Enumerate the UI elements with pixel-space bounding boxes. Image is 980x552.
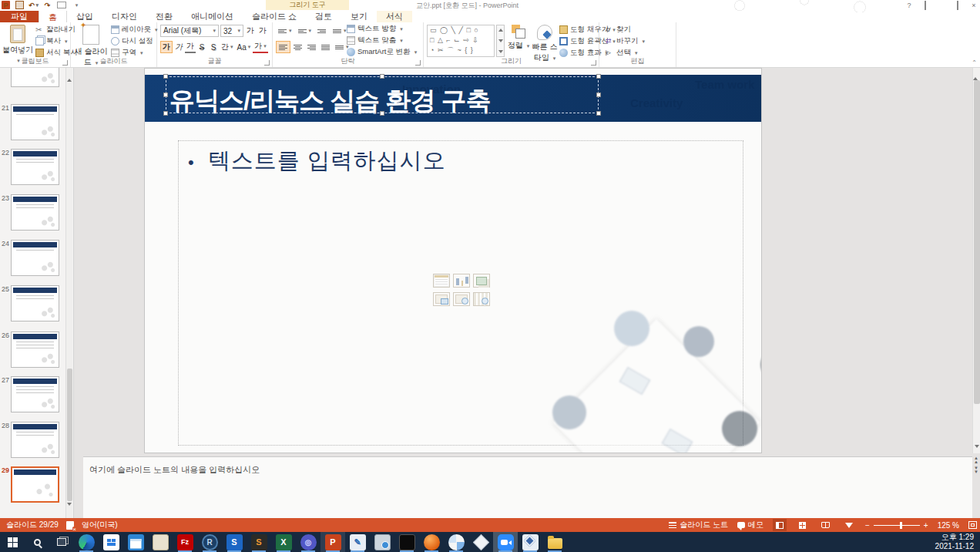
- font-name-combo[interactable]: Arial (제목): [160, 25, 219, 37]
- change-case-button[interactable]: Aa: [236, 41, 253, 53]
- proofing-errors-icon[interactable]: [66, 521, 74, 530]
- taskbar-icon-terminal[interactable]: [394, 532, 419, 552]
- taskbar-icon-zoom[interactable]: [493, 532, 518, 552]
- resize-handle-nw[interactable]: [163, 74, 168, 79]
- editor-scrollbar-thumb[interactable]: [974, 80, 980, 404]
- font-size-combo[interactable]: 32: [220, 25, 243, 37]
- zoom-out-button[interactable]: −: [865, 521, 870, 530]
- start-from-beginning-button[interactable]: [57, 2, 66, 8]
- insert-chart-icon[interactable]: [453, 274, 470, 288]
- find-button[interactable]: ⌭찾기: [606, 25, 645, 35]
- font-color-button[interactable]: 가: [253, 41, 268, 53]
- tab-slideshow[interactable]: 슬라이드 쇼: [243, 10, 306, 22]
- strikethrough-button[interactable]: S: [196, 41, 207, 53]
- drawing-dialog-launcher[interactable]: [591, 60, 596, 66]
- taskbar-icon-r-app[interactable]: R: [197, 532, 222, 552]
- tab-home[interactable]: 홈: [39, 10, 67, 22]
- taskbar-icon-pc-globe[interactable]: [370, 532, 394, 552]
- resize-handle-se[interactable]: [596, 111, 601, 116]
- layout-button[interactable]: 레이아웃: [111, 25, 158, 35]
- resize-handle-ne[interactable]: [596, 74, 601, 79]
- slide-sorter-view-button[interactable]: [796, 519, 810, 531]
- editor-vertical-scrollbar[interactable]: [972, 68, 980, 453]
- tab-review[interactable]: 검토: [306, 10, 341, 22]
- reset-button[interactable]: 다시 설정: [111, 36, 158, 46]
- text-direction-button[interactable]: 텍스트 방향: [347, 24, 417, 34]
- undo-button[interactable]: ↶: [29, 1, 38, 9]
- character-spacing-button[interactable]: 간: [220, 41, 235, 53]
- tab-format[interactable]: 서식: [377, 10, 412, 22]
- replace-button[interactable]: ⇄바꾸기: [606, 36, 645, 46]
- tab-design[interactable]: 디자인: [102, 10, 146, 22]
- italic-button[interactable]: 가: [173, 41, 184, 53]
- taskbar-icon-excel[interactable]: X: [271, 532, 296, 552]
- scrollbar-thumb[interactable]: [67, 369, 72, 501]
- zoom-level[interactable]: 125 %: [938, 521, 959, 530]
- line-spacing-button[interactable]: [331, 25, 348, 37]
- taskbar-icon-purple-app[interactable]: ◎: [296, 532, 321, 552]
- resize-handle-w[interactable]: [163, 93, 168, 97]
- save-button[interactable]: [15, 1, 24, 9]
- notes-placeholder-text[interactable]: 여기에 슬라이드 노트의 내용을 입력하십시오: [89, 464, 260, 476]
- resize-handle-e[interactable]: [596, 93, 601, 97]
- bullet-placeholder-text[interactable]: 텍스트를 입력하십시오: [208, 146, 446, 177]
- align-right-button[interactable]: [305, 41, 318, 53]
- task-view-button[interactable]: [49, 532, 74, 552]
- help-button[interactable]: ?: [904, 2, 914, 9]
- taskbar-icon-file-explorer[interactable]: [542, 532, 567, 552]
- shapes-gallery-scrollbar[interactable]: [496, 25, 505, 57]
- scroll-up-button[interactable]: [67, 69, 72, 77]
- tab-insert[interactable]: 삽입: [67, 10, 102, 22]
- numbering-button[interactable]: [296, 25, 314, 37]
- align-text-button[interactable]: 텍스트 맞춤: [347, 35, 417, 45]
- taskbar-clock[interactable]: 오후 1:29 2021-11-12: [935, 533, 980, 551]
- tab-animations[interactable]: 애니메이션: [182, 10, 243, 22]
- taskbar-icon-pen-app[interactable]: ✎: [345, 532, 370, 552]
- tab-view[interactable]: 보기: [341, 10, 377, 22]
- bullets-button[interactable]: [276, 25, 294, 37]
- restore-button[interactable]: [953, 2, 962, 9]
- customize-quick-access-button[interactable]: [72, 1, 80, 9]
- bold-button[interactable]: 가: [160, 41, 173, 53]
- zoom-slider[interactable]: [874, 525, 920, 526]
- resize-handle-n[interactable]: [380, 74, 384, 79]
- taskbar-icon-3d-app[interactable]: [468, 532, 493, 552]
- taskbar-icon-virtualbox[interactable]: [518, 532, 542, 552]
- clipboard-dialog-launcher[interactable]: [62, 60, 68, 66]
- taskbar-icon-filezilla[interactable]: Fz: [173, 532, 197, 552]
- taskbar-icon-edge[interactable]: [74, 532, 99, 552]
- insert-video-icon[interactable]: [473, 292, 490, 306]
- bullet-line[interactable]: • 텍스트를 입력하십시오: [188, 146, 446, 177]
- notes-pane[interactable]: 여기에 슬라이드 노트의 내용을 입력하십시오: [83, 456, 972, 518]
- tab-transitions[interactable]: 전환: [146, 10, 182, 22]
- align-left-button[interactable]: [276, 41, 290, 53]
- scroll-down-button[interactable]: [67, 506, 72, 513]
- text-shadow-button[interactable]: S: [208, 41, 219, 53]
- start-button[interactable]: [0, 532, 25, 552]
- taskbar-icon-remote-desktop[interactable]: [148, 532, 173, 552]
- taskbar-icon-orange-ball-app[interactable]: [419, 532, 444, 552]
- close-button[interactable]: ×: [969, 2, 978, 9]
- thumbnail-panel-scrollbar[interactable]: [65, 68, 72, 518]
- tab-file[interactable]: 파일: [0, 10, 39, 22]
- taskbar-icon-powerpoint[interactable]: P: [321, 532, 345, 552]
- taskbar-icon-sublime[interactable]: S: [247, 532, 271, 552]
- slide-canvas[interactable]: Innovation Team work Creativity 유닉스/리눅스 …: [144, 68, 762, 453]
- shrink-font-button[interactable]: 가: [257, 25, 268, 37]
- language-indicator[interactable]: 영어(미국): [82, 520, 118, 530]
- paragraph-dialog-launcher[interactable]: [415, 60, 421, 66]
- previous-slide-button[interactable]: ▲▲: [974, 456, 978, 464]
- collapse-ribbon-button[interactable]: ⌃: [972, 59, 977, 66]
- normal-view-button[interactable]: [773, 519, 787, 531]
- powerpoint-app-icon[interactable]: P: [2, 1, 10, 9]
- resize-handle-sw[interactable]: [163, 111, 168, 116]
- zoom-in-button[interactable]: +: [924, 521, 928, 530]
- reading-view-button[interactable]: [819, 519, 833, 531]
- grow-font-button[interactable]: 가: [245, 25, 256, 37]
- taskbar-search-button[interactable]: [25, 532, 49, 552]
- arrange-button[interactable]: 정렬: [507, 24, 530, 51]
- slideshow-view-button[interactable]: [842, 519, 856, 531]
- taskbar-icon-fan-app[interactable]: [444, 532, 468, 552]
- font-dialog-launcher[interactable]: [264, 60, 270, 66]
- underline-button[interactable]: 가: [185, 41, 196, 53]
